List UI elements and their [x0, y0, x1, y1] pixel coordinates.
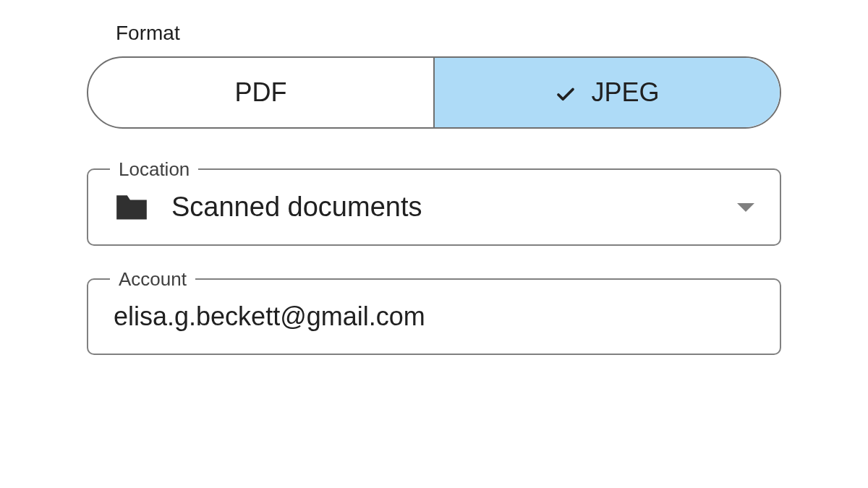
- check-icon: [555, 82, 576, 103]
- location-legend: Location: [110, 158, 198, 181]
- folder-icon: [114, 192, 150, 223]
- location-value: Scanned documents: [171, 192, 715, 223]
- account-value: elisa.g.beckett@gmail.com: [114, 301, 754, 332]
- format-option-pdf[interactable]: PDF: [88, 58, 435, 127]
- format-segmented-control: PDF JPEG: [87, 56, 781, 129]
- account-legend: Account: [110, 268, 195, 291]
- format-label: Format: [87, 22, 781, 45]
- account-field[interactable]: Account elisa.g.beckett@gmail.com: [87, 278, 781, 355]
- dropdown-arrow-icon: [737, 203, 754, 212]
- format-option-jpeg[interactable]: JPEG: [435, 58, 780, 127]
- location-field[interactable]: Location Scanned documents: [87, 168, 781, 246]
- format-jpeg-label: JPEG: [591, 77, 659, 108]
- format-pdf-label: PDF: [235, 77, 287, 108]
